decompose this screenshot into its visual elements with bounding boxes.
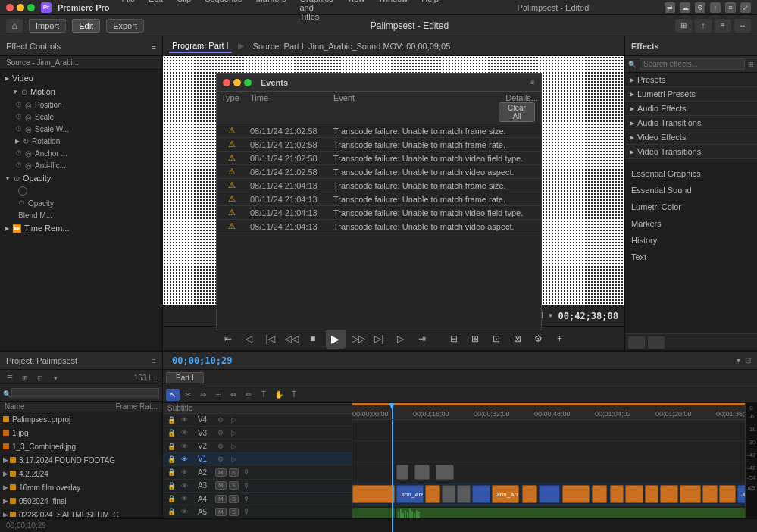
v4-settings-icon[interactable]: ⚙ [215,415,226,425]
hand-tool-btn[interactable]: ✋ [272,389,286,401]
effect-controls-menu-icon[interactable]: ≡ [152,42,156,51]
events-row-3[interactable]: ⚠ 08/11/24 21:02:58 Transcode failure: U… [217,165,541,179]
events-row-4[interactable]: ⚠ 08/11/24 21:04:13 Transcode failure: U… [217,179,541,192]
v1-clip-18[interactable] [719,485,736,503]
video-transitions-header[interactable]: ▶ Video Transitions [625,145,757,158]
track-v2-clips[interactable] [352,462,745,483]
expand-icon[interactable]: ⤢ [740,2,751,13]
v1-clip-9[interactable] [539,485,560,503]
a5-lock-icon[interactable]: 🔒 [166,506,177,517]
pen-tool-btn[interactable]: ✏ [242,389,255,401]
v1-clip-8[interactable] [522,485,537,503]
presets-header[interactable]: ▶ Presets [625,73,757,86]
project-item-0[interactable]: 1.jpg [0,426,162,440]
lumetri-color-item[interactable]: Lumetri Color [625,199,757,215]
settings-icon[interactable]: ⚙ [695,2,705,13]
project-search-input[interactable] [11,388,159,399]
home-button[interactable]: ⌂ [6,19,23,33]
a2-mic-icon[interactable]: 🎙 [241,467,252,477]
a4-vis-icon[interactable]: 👁 [179,493,189,504]
v1-clip-17[interactable] [702,485,718,503]
import-button[interactable]: Import [29,19,66,33]
history-item[interactable]: History [625,232,757,249]
a2-vis-icon[interactable]: 👁 [179,467,189,477]
menu-clip[interactable]: Clip [174,0,194,22]
a3-solo-btn[interactable]: S [229,481,239,490]
sync-icon[interactable]: ⇄ [665,2,675,13]
type-tool-btn[interactable]: T [257,389,271,401]
v1-clip-1[interactable] [352,485,395,503]
events-row-6[interactable]: ⚠ 08/11/24 21:04:13 Transcode failure: U… [217,206,541,220]
project-list-view-btn[interactable]: ☰ [3,372,17,384]
v1-clip-13[interactable] [625,485,643,503]
v1-expand-icon[interactable]: ▷ [228,454,239,465]
v4-vis-icon[interactable]: 👁 [179,415,189,425]
opacity-stopwatch[interactable]: ⏱ [18,199,25,207]
menu-help[interactable]: Help [418,0,442,22]
workspace-icon-3[interactable]: ≡ [715,19,731,33]
v1-clip-6[interactable] [472,485,490,503]
effects-footer-btn2[interactable] [648,336,665,349]
a2-lock-icon[interactable]: 🔒 [166,467,177,477]
events-row-5[interactable]: ⚠ 08/11/24 21:04:13 Transcode failure: U… [217,192,541,206]
events-row-1[interactable]: ⚠ 08/11/24 21:02:58 Transcode failure: U… [217,138,541,152]
menu-icon[interactable]: ≡ [725,2,736,13]
menu-view[interactable]: View [343,0,368,22]
v3-vis-icon[interactable]: 👁 [179,427,189,438]
v1-clip-3[interactable] [425,485,440,503]
workspace-icon-4[interactable]: ↔ [734,19,751,33]
add-button[interactable]: + [552,330,568,347]
a5-vis-icon[interactable]: 👁 [179,506,189,517]
video-effects-header[interactable]: ▶ Video Effects [625,130,757,144]
v4-expand-icon[interactable]: ▷ [228,415,239,425]
a3-vis-icon[interactable]: 👁 [179,480,189,491]
video-section-header[interactable]: ▶ Video [0,71,162,85]
a2-solo-btn[interactable]: S [229,468,239,477]
rewind-button[interactable]: ◁◁ [283,330,300,347]
selection-tool-btn[interactable]: ↖ [166,389,180,401]
project-item-3[interactable]: ▶ 4.2.2024 [0,467,162,480]
stop-button[interactable]: ■ [305,330,321,347]
v3-settings-icon[interactable]: ⚙ [215,427,226,438]
settings-btn[interactable]: ⚙ [530,330,547,347]
slip-tool-btn[interactable]: ⇔ [227,389,240,401]
monitor-source-tab[interactable]: Source: Part I: Jinn_Arabic_Sound.MOV: 0… [250,40,454,52]
menu-markers[interactable]: Markers [253,0,289,22]
effects-search-input[interactable] [640,58,745,70]
effects-browse-icon[interactable]: ⊞ [748,61,754,68]
audio-transitions-header[interactable]: ▶ Audio Transitions [625,116,757,130]
position-stopwatch[interactable]: ⏱ [15,101,22,108]
menu-window[interactable]: Window [375,0,411,22]
text-item[interactable]: Text [625,249,757,265]
lumetri-header[interactable]: ▶ Lumetri Presets [625,87,757,101]
time-remap-header[interactable]: ▶ ⏩ Time Rem... [0,221,162,235]
a3-mic-icon[interactable]: 🎙 [241,480,252,491]
v2-expand-icon[interactable]: ▷ [228,441,239,452]
essential-sound-item[interactable]: Essential Sound [625,182,757,199]
overwrite-button[interactable]: ⊞ [467,330,483,347]
goto-in-button[interactable]: ⇤ [220,330,236,347]
step-back-button[interactable]: ◁ [241,330,258,347]
next-edit-button[interactable]: ▷| [371,330,388,347]
effects-footer-btn1[interactable] [628,336,645,349]
markers-item[interactable]: Markers [625,215,757,232]
a5-mute-btn[interactable]: M [215,508,227,516]
project-item-6[interactable]: ▶ 02282024_SALTMUSEUM_C [0,508,162,517]
fast-forward-button[interactable]: ▷▷ [350,330,367,347]
events-maximize-btn[interactable] [244,79,252,86]
events-menu-icon[interactable]: ≡ [530,78,535,86]
events-row-2[interactable]: ⚠ 08/11/24 21:02:58 Transcode failure: U… [217,152,541,165]
menu-graphics[interactable]: Graphics and Titles [296,0,336,22]
close-button[interactable] [6,4,14,11]
events-row-0[interactable]: ⚠ 08/11/24 21:02:58 Transcode failure: U… [217,124,541,138]
prev-edit-button[interactable]: |◁ [262,330,279,347]
audio-effects-header[interactable]: ▶ Audio Effects [625,102,757,115]
zoom-tool-btn[interactable]: T [287,389,301,401]
maximize-button[interactable] [27,4,35,11]
project-prproj-item[interactable]: Palimpsest.prproj [0,412,162,426]
v1-clip-15[interactable] [660,485,678,503]
v2-settings-icon[interactable]: ⚙ [215,441,226,452]
v4-lock-icon[interactable]: 🔒 [166,415,177,425]
v2-clip-2[interactable] [414,465,430,480]
antif-stopwatch[interactable]: ⏱ [15,161,22,169]
